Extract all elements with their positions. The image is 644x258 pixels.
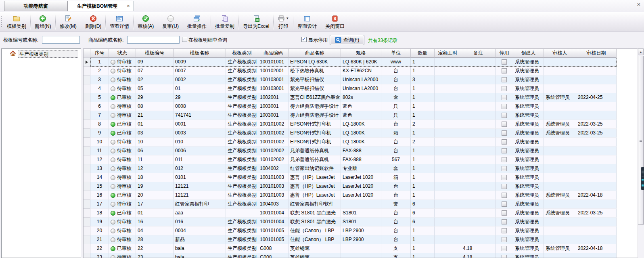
cell-template_no[interactable]: 09 [136,58,174,67]
cell-status[interactable]: 待审核 [109,155,136,164]
cell-unit[interactable]: 支 [381,244,411,253]
toolbar-button-add[interactable]: 新增(N) [31,12,55,31]
cell-category[interactable]: 生产模板类别 [226,191,258,200]
cell-quota_hours[interactable] [435,155,461,164]
cell-disabled[interactable] [496,129,513,138]
column-header-template_no[interactable]: 模板编号 [136,49,174,58]
tree-item-label[interactable]: 生产模板类别 [18,50,78,58]
cell-template_name[interactable]: 0001 [174,120,226,129]
cell-remark[interactable] [461,93,496,102]
cell-unit[interactable]: 台 [381,209,411,218]
cell-disabled[interactable] [496,76,513,84]
cell-template_name[interactable]: 0003 [174,129,226,138]
cell-template_no[interactable]: 21 [136,111,174,120]
cell-spec[interactable]: LQ-1800K [341,138,381,147]
cell-auditor[interactable]: 系统管理员 [544,129,576,138]
cell-spec[interactable]: S1801 [341,218,381,227]
cell-product_name[interactable]: 得力经典防滑握手设计 [289,102,341,111]
window-close-icon[interactable]: × [636,1,642,8]
cell-status[interactable]: 待审核 [109,200,136,209]
cell-category[interactable]: 生产模板类别 [226,120,258,129]
toolbar-button-modify[interactable]: 修改(M) [56,12,80,31]
cell-remark[interactable] [461,227,496,235]
disabled-checkbox[interactable] [502,130,507,136]
cell-disabled[interactable] [496,111,513,120]
row-header-cell[interactable] [84,76,90,84]
cell-product_name[interactable]: 紫光平板扫描仪 [289,84,341,93]
row-header-cell[interactable] [84,218,90,227]
cell-auditor[interactable]: 系统管理员 [544,120,576,129]
cell-audit_date[interactable] [576,102,617,111]
cell-auditor[interactable] [544,227,576,235]
cell-creator[interactable]: 系统管理员 [513,235,544,244]
cell-qty[interactable]: 1 [411,227,435,235]
row-header-cell[interactable] [84,164,90,173]
disabled-checkbox[interactable] [502,193,507,198]
cell-template_no[interactable]: 04 [136,227,174,235]
row-header-cell[interactable] [84,147,90,155]
cell-quota_hours[interactable] [435,253,461,258]
cell-creator[interactable]: 系统管理员 [513,138,544,147]
cell-product_name[interactable]: 惠普（HP）LaserJet [289,191,341,200]
row-header-cell[interactable] [84,235,90,244]
cell-disabled[interactable] [496,200,513,209]
cell-spec[interactable]: LBP 2900 [341,235,381,244]
cell-quota_hours[interactable] [435,129,461,138]
cell-seq[interactable]: 21 [90,235,109,244]
cell-spec[interactable]: FAX-888 [341,155,381,164]
cell-audit_date[interactable]: 2022-03-25 [576,120,617,129]
cell-status[interactable]: 待审核 [109,182,136,191]
cell-product_code[interactable]: 100101003 [258,173,289,182]
cell-remark[interactable] [461,102,496,111]
cell-product_code[interactable]: 100102001 [258,67,289,76]
cell-seq[interactable]: 16 [90,191,109,200]
table-row[interactable]: 17待审核17红管家票据打印生产模板类别1004003红管家票据打印软件套6系统… [84,200,617,209]
cell-unit[interactable]: 盒 [381,93,411,102]
cell-qty[interactable]: 6 [411,218,435,227]
cell-quota_hours[interactable] [435,235,461,244]
disabled-checkbox[interactable] [502,59,507,65]
cell-seq[interactable]: 10 [90,138,109,147]
cell-remark[interactable] [461,235,496,244]
cell-remark[interactable]: 4.18 [461,244,496,253]
toolbar-button-batch-copy[interactable]: 批量复制 [211,12,238,31]
cell-creator[interactable]: 系统管理员 [513,76,544,84]
cell-quota_hours[interactable] [435,209,461,218]
column-header-seq[interactable]: 序号 [90,49,109,58]
cell-quota_hours[interactable] [435,227,461,235]
cell-disabled[interactable] [496,102,513,111]
disabled-checkbox[interactable] [502,95,507,100]
cell-product_code[interactable]: 1003001 [258,102,289,111]
cell-quota_hours[interactable] [435,244,461,253]
toolbar-grip-handle[interactable] [1,15,2,28]
cell-spec[interactable]: LQ-1800K [341,120,381,129]
cell-unit[interactable]: 567 [381,155,411,164]
cell-disabled[interactable] [496,58,513,67]
table-row[interactable]: 8已审核010001生产模板类别100101002EPSON针式打印机LQ-18… [84,120,617,129]
cell-qty[interactable]: 1 [411,129,435,138]
cell-spec[interactable]: S1801 [341,209,381,218]
table-row[interactable]: 23待审核23bala生产模板类别G008英雄钢笔支14.18系统管理员 [84,253,617,258]
cell-category[interactable]: 生产模板类别 [226,155,258,164]
cell-creator[interactable]: 系统管理员 [513,67,544,76]
cell-product_code[interactable]: G008 [258,244,289,253]
cell-spec[interactable]: 802s [341,93,381,102]
cell-product_code[interactable]: 100103001 [258,84,289,93]
cell-product_code[interactable]: 1003001 [258,111,289,120]
cell-auditor[interactable] [544,164,576,173]
cell-unit[interactable]: 台 [381,191,411,200]
column-header-category[interactable]: 模板类别 [226,49,258,58]
table-row[interactable]: 3待审核020002生产模板类别100103001紫光平板扫描仪Uniscan … [84,76,617,84]
cell-audit_date[interactable]: 2022-03-25 [576,129,617,138]
cell-product_code[interactable]: 100102002 [258,147,289,155]
cell-spec[interactable]: LBP 2900 [341,227,381,235]
cell-disabled[interactable] [496,227,513,235]
column-header-qty[interactable]: 数量 [411,49,435,58]
cell-category[interactable]: 生产模板类别 [226,138,258,147]
cell-qty[interactable]: 1 [411,84,435,93]
cell-remark[interactable] [461,129,496,138]
cell-audit_date[interactable] [576,200,617,209]
cell-product_name[interactable]: 佳能（Canon） LBP [289,227,341,235]
tab-bom-management[interactable]: 生产模板BOM管理 × [68,1,134,11]
cell-product_name[interactable]: 英雄钢笔 [289,244,341,253]
